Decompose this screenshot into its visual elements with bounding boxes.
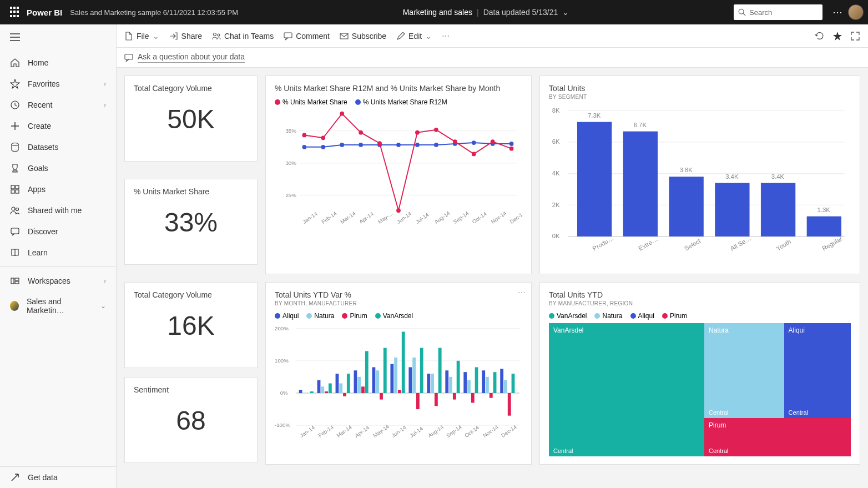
tb-edit[interactable]: Edit ⌄	[396, 32, 432, 41]
svg-text:0K: 0K	[552, 233, 560, 239]
svg-rect-82	[715, 183, 749, 237]
apps-icon	[10, 184, 20, 194]
svg-text:Jun-14: Jun-14	[390, 424, 407, 438]
svg-rect-112	[343, 393, 346, 396]
nav-apps[interactable]: Apps	[0, 179, 116, 200]
svg-rect-139	[467, 380, 471, 393]
svg-rect-106	[317, 380, 321, 393]
app-launcher-icon[interactable]	[10, 7, 21, 18]
svg-rect-141	[475, 367, 478, 393]
tile-sentiment[interactable]: Sentiment 68	[124, 377, 258, 463]
nav-discover[interactable]: Discover	[0, 221, 116, 242]
svg-rect-148	[508, 393, 511, 416]
nav-current-workspace[interactable]: Sales and Marketin… ⌄	[0, 291, 116, 320]
refresh-icon[interactable]	[815, 31, 825, 41]
svg-text:6K: 6K	[552, 138, 560, 145]
trophy-icon	[10, 163, 20, 173]
svg-text:Sep-14: Sep-14	[452, 210, 470, 225]
svg-rect-122	[390, 364, 393, 393]
svg-point-33	[359, 143, 363, 147]
tile-market-share-line[interactable]: % Units Market Share R12M and % Units Ma…	[265, 76, 532, 274]
svg-point-46	[377, 141, 382, 145]
svg-rect-149	[512, 374, 515, 393]
chevron-right-icon: ›	[104, 277, 106, 285]
nav-favorites[interactable]: Favorites ›	[0, 73, 116, 94]
nav-shared[interactable]: Shared with me	[0, 200, 116, 221]
svg-rect-110	[336, 374, 339, 393]
user-avatar[interactable]	[848, 4, 864, 20]
svg-rect-130	[427, 374, 430, 393]
share-icon	[169, 32, 178, 41]
global-search[interactable]: Search	[734, 4, 822, 20]
nav-goals[interactable]: Goals	[0, 158, 116, 179]
favorite-star-icon[interactable]	[832, 31, 842, 41]
tile-more-icon[interactable]: ⋯	[518, 288, 526, 297]
svg-text:Dec-14: Dec-14	[508, 210, 522, 225]
chevron-down-icon: ⌄	[153, 32, 159, 41]
svg-rect-117	[365, 351, 369, 393]
tile-market-share-pct[interactable]: % Units Market Share 33%	[124, 179, 258, 265]
nav-create[interactable]: Create	[0, 115, 116, 137]
tb-share[interactable]: Share	[169, 32, 202, 41]
svg-text:Extre…: Extre…	[637, 235, 659, 251]
svg-text:1.3K: 1.3K	[817, 207, 831, 213]
tb-chat-teams[interactable]: Chat in Teams	[212, 32, 274, 41]
more-options-icon[interactable]: ⋯	[832, 6, 842, 18]
svg-rect-107	[321, 386, 324, 393]
tb-file[interactable]: File ⌄	[124, 32, 159, 41]
tile-total-units-segment[interactable]: Total Units BY SEGMENT 8K6K4K2K0K 7.3K 6…	[539, 76, 860, 274]
nav-workspaces[interactable]: Workspaces ›	[0, 270, 116, 291]
tile-ytd-var[interactable]: ⋯ Total Units YTD Var % BY MONTH, MANUFA…	[265, 282, 532, 465]
treemap-cell-aliqui[interactable]: Aliqui Central	[784, 323, 851, 418]
svg-rect-140	[471, 393, 475, 403]
chevron-down-icon[interactable]: ⌄	[562, 8, 569, 17]
svg-rect-137	[457, 360, 460, 393]
workspace-icon	[10, 301, 19, 311]
chat-bubble-icon	[124, 53, 133, 62]
svg-point-49	[434, 128, 438, 132]
tb-comment[interactable]: Comment	[284, 32, 330, 41]
chevron-down-icon: ⌄	[425, 32, 432, 41]
get-data-icon	[10, 472, 20, 482]
svg-text:Sep-14: Sep-14	[445, 423, 463, 438]
chevron-right-icon: ›	[104, 101, 106, 109]
svg-point-31	[321, 145, 325, 149]
svg-rect-127	[412, 358, 416, 393]
nav-learn[interactable]: Learn	[0, 242, 116, 263]
chart-legend: VanArsdel Natura Aliqui Pirum	[549, 312, 851, 320]
treemap-cell-vanarsdel[interactable]: VanArsdel Central	[549, 323, 704, 456]
svg-rect-109	[329, 383, 332, 393]
tile-total-category-volume[interactable]: Total Category Volume 50K	[124, 76, 258, 162]
svg-line-1	[743, 13, 745, 16]
svg-point-44	[340, 112, 344, 116]
tb-more[interactable]: ⋯	[442, 32, 450, 41]
nav-get-data[interactable]: Get data	[0, 467, 116, 488]
qna-bar[interactable]: Ask a question about your data	[117, 48, 868, 68]
svg-text:7.3K: 7.3K	[588, 112, 601, 119]
svg-rect-121	[383, 348, 387, 393]
tile-total-units-ytd-treemap[interactable]: Total Units YTD BY MANUFACTURER, REGION …	[539, 282, 860, 465]
svg-rect-119	[376, 370, 379, 393]
svg-rect-116	[361, 386, 365, 393]
svg-text:Nov-14: Nov-14	[482, 423, 499, 438]
svg-text:200%: 200%	[275, 325, 289, 331]
svg-rect-123	[394, 358, 397, 393]
nav-datasets[interactable]: Datasets	[0, 137, 116, 158]
svg-text:35%: 35%	[285, 128, 296, 134]
tb-subscribe[interactable]: Subscribe	[340, 32, 386, 41]
svg-point-39	[472, 140, 476, 145]
treemap-cell-pirum[interactable]: Pirum Central	[704, 418, 851, 456]
svg-point-30	[302, 145, 306, 149]
nav-toggle-icon[interactable]	[0, 24, 116, 52]
svg-rect-118	[372, 367, 375, 393]
svg-point-47	[396, 208, 401, 213]
fullscreen-icon[interactable]	[850, 31, 860, 41]
nav-recent[interactable]: Recent ›	[0, 94, 116, 115]
svg-rect-147	[504, 380, 507, 393]
svg-point-52	[491, 139, 495, 144]
svg-text:4K: 4K	[552, 170, 560, 177]
tile-total-category-volume-2[interactable]: Total Category Volume 16K	[124, 282, 258, 368]
nav-home[interactable]: Home	[0, 52, 116, 73]
treemap-cell-natura[interactable]: Natura Central	[704, 323, 784, 418]
header-center[interactable]: Marketing and sales | Data updated 5/13/…	[238, 8, 734, 17]
